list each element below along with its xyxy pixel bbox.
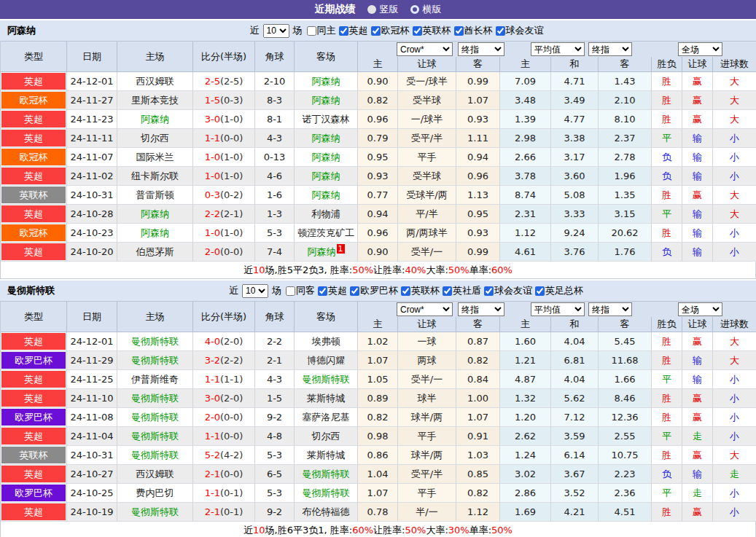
result-handicap: 输 — [682, 148, 713, 167]
same-venue-filter[interactable]: 同主 — [305, 24, 336, 37]
full-time-score: 2-0 — [205, 246, 220, 257]
league-filter[interactable]: 英社盾 — [440, 284, 481, 297]
odds-home: 0.82 — [358, 408, 398, 427]
avg-home-odds: 2.66 — [500, 148, 551, 167]
away-team: 莱斯特城 — [295, 389, 358, 408]
final-index-select-2[interactable]: 终指 — [588, 302, 632, 316]
match-row: 英超24-11-25伊普斯维奇1-1(1-1)4-3曼彻斯特联1.05受半/一0… — [1, 370, 756, 389]
league-filter[interactable]: 英联杯 — [399, 284, 440, 297]
result-handicap: 赢 — [682, 332, 713, 351]
avg-draw-odds: 4.77 — [551, 110, 599, 129]
league-filter[interactable]: 英足总杯 — [533, 284, 583, 297]
corner-count: 4-3 — [255, 370, 295, 389]
avg-home-odds: 1.21 — [500, 351, 551, 370]
league-filter[interactable]: 英联杯 — [410, 24, 451, 37]
recent-count-select[interactable]: 10 — [263, 24, 289, 38]
final-index-select[interactable]: 终指 — [458, 42, 504, 56]
match-date: 24-11-23 — [67, 110, 117, 129]
radio-horizontal-label: 横版 — [423, 3, 442, 16]
score-cell: 2-0(0-0) — [193, 408, 255, 427]
match-row: 英超24-11-04曼彻斯特联1-1(0-0)4-8切尔西0.98平手0.912… — [1, 427, 756, 446]
match-row: 英超24-11-10曼彻斯特联3-0(2-0)1-5莱斯特城0.89球半1.00… — [1, 389, 756, 408]
league-filter-checkbox[interactable] — [350, 286, 359, 296]
league-type-badge: 英联杯 — [1, 187, 66, 203]
league-filter-checkbox[interactable] — [443, 286, 452, 296]
odds-handicap: 受半球 — [398, 167, 456, 186]
league-filter[interactable]: 酋长杯 — [452, 24, 493, 37]
radio-unselected-icon — [410, 5, 419, 14]
league-filter[interactable]: 英超 — [316, 284, 347, 297]
same-venue-filter[interactable]: 同客 — [284, 284, 315, 297]
recent-count-select[interactable]: 10 — [242, 284, 268, 298]
match-date: 24-11-10 — [67, 389, 117, 408]
league-filter[interactable]: 球会友谊 — [494, 24, 544, 37]
layout-radio-vertical[interactable]: 竖版 — [367, 3, 399, 16]
league-filter-checkbox[interactable] — [484, 286, 494, 296]
avg-draw-odds: 4.04 — [551, 332, 599, 351]
result-handicap: 输 — [682, 351, 713, 370]
average-select[interactable]: 平均值 — [531, 302, 585, 316]
match-date: 24-10-23 — [67, 224, 117, 243]
odds-handicap: 平手 — [398, 148, 456, 167]
match-row: 英超24-10-20伯恩茅斯2-0(0-0)7-4阿森纳10.90受半/一0.9… — [1, 243, 756, 262]
league-filter-checkbox[interactable] — [496, 26, 505, 36]
result-goals: 大 — [713, 332, 756, 351]
final-index-select[interactable]: 终指 — [458, 302, 504, 316]
full-time-score: 3-0 — [205, 393, 220, 404]
same-venue-checkbox[interactable] — [286, 286, 295, 296]
match-scope-select[interactable]: 全场 — [678, 302, 722, 316]
avg-away-odds: 5.45 — [599, 332, 652, 351]
league-filter-checkbox[interactable] — [413, 26, 422, 36]
league-filter[interactable]: 欧罗巴杯 — [348, 284, 398, 297]
result-handicap: 赢 — [682, 408, 713, 427]
full-time-score: 2-1 — [205, 506, 220, 517]
league-filter[interactable]: 球会友谊 — [482, 284, 532, 297]
avg-away-odds: 1.76 — [599, 243, 652, 262]
recent-results-panel: 近期战绩 竖版 横版 阿森纳近10场同主英超欧冠杯英联杯酋长杯球会友谊类型日期主… — [0, 0, 756, 537]
result-outcome: 负 — [652, 167, 682, 186]
team-section: 曼彻斯特联近10场同客英超欧罗巴杯英联杯英社盾球会友谊英足总杯类型日期主场比分(… — [0, 281, 756, 537]
match-scope-select[interactable]: 全场 — [678, 42, 722, 56]
summary-segment: 50% — [448, 264, 469, 275]
league-filter-checkbox[interactable] — [371, 26, 381, 36]
corner-count: 2-10 — [255, 72, 295, 91]
result-outcome: 胜 — [652, 446, 682, 465]
avg-home-odds: 3.78 — [500, 167, 551, 186]
full-time-score: 2-1 — [205, 469, 220, 479]
layout-radio-horizontal[interactable]: 横版 — [410, 3, 442, 16]
league-filter[interactable]: 英超 — [337, 24, 368, 37]
average-select[interactable]: 平均值 — [531, 42, 585, 56]
summary-row: 近10场,胜6平3负1, 胜率:60% 让胜率:50% 大率:30% 单率:50… — [1, 522, 756, 537]
league-filter-checkbox[interactable] — [454, 26, 464, 36]
odds-home: 0.90 — [358, 243, 398, 262]
home-team: 曼彻斯特联 — [117, 389, 193, 408]
score-cell: 2-1(0-1) — [193, 503, 255, 522]
league-filter-checkbox[interactable] — [401, 286, 410, 296]
league-type-badge: 英超 — [1, 428, 66, 444]
league-filter-checkbox[interactable] — [535, 286, 545, 296]
home-team: 阿森纳 — [117, 224, 193, 243]
odds-provider-select[interactable]: Crow* — [397, 302, 453, 316]
avg-home-odds: 2.98 — [500, 129, 551, 148]
summary-segment: 场,胜6平3负1, 胜率: — [265, 524, 353, 537]
league-filter-checkbox[interactable] — [339, 26, 348, 36]
odds-provider-select[interactable]: Crow* — [397, 42, 453, 56]
column-header: 胜负 — [652, 57, 682, 72]
league-filter-checkbox[interactable] — [318, 286, 327, 296]
final-index-select-2[interactable]: 终指 — [588, 42, 632, 56]
score-cell: 1-1(0-0) — [193, 427, 255, 446]
avg-draw-odds: 5.62 — [551, 389, 599, 408]
same-venue-checkbox[interactable] — [307, 26, 316, 36]
away-team: 顿涅茨克矿工 — [295, 224, 358, 243]
league-filter-label: 英超 — [328, 284, 347, 297]
result-handicap: 赢 — [682, 503, 713, 522]
corner-count: 2-1 — [255, 351, 295, 370]
column-header: 胜负 — [652, 317, 682, 332]
table-header: 类型日期主场比分(半场)角球客场Crow*终指平均值终指全场主让球客主和客胜负让… — [1, 42, 756, 72]
score-cell: 1-0(1-0) — [193, 224, 255, 243]
league-filter[interactable]: 欧冠杯 — [369, 24, 410, 37]
matches-label: 场 — [270, 284, 283, 297]
away-team-name: 莱斯特城 — [307, 449, 345, 462]
home-team: 费内巴切 — [117, 484, 193, 503]
summary-segment: 10 — [253, 525, 265, 536]
